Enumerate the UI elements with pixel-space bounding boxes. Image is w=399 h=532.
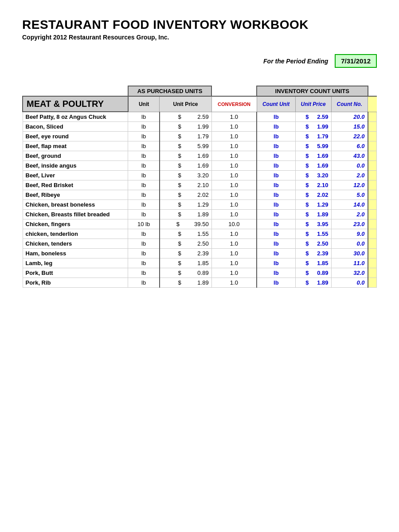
extra-cell bbox=[368, 190, 377, 200]
inv-price-cell: $2.39 bbox=[295, 249, 331, 258]
count-no-val: 2.0 bbox=[331, 210, 368, 219]
item-name: Beef Patty, 8 oz Angus Chuck bbox=[23, 112, 128, 122]
inv-price-cell: $1.69 bbox=[295, 151, 331, 161]
count-no-val: 0.0 bbox=[331, 239, 368, 249]
inv-price-cell: $1.79 bbox=[295, 132, 331, 141]
table-row: Beef, Red Brisket lb $2.10 1.0 lb $2.10 … bbox=[23, 180, 377, 190]
count-unit-val: lb bbox=[257, 161, 295, 171]
item-unit: lb bbox=[128, 180, 160, 190]
item-unit: lb bbox=[128, 190, 160, 200]
count-no-val: 15.0 bbox=[331, 122, 368, 132]
table-row: Chicken, fingers 10 lb $39.50 10.0 lb $3… bbox=[23, 219, 377, 229]
extra-cell bbox=[368, 141, 377, 151]
page-title: RESTAURANT FOOD INVENTORY WORKBOOK bbox=[22, 18, 377, 32]
item-name: Pork, Rib bbox=[23, 278, 128, 288]
extra-cell bbox=[368, 278, 377, 288]
conversion-val: 1.0 bbox=[211, 249, 257, 258]
conversion-val: 1.0 bbox=[211, 141, 257, 151]
item-name: Beef, inside angus bbox=[23, 161, 128, 171]
item-unit: lb bbox=[128, 122, 160, 132]
item-unit: lb bbox=[128, 171, 160, 180]
count-no-val: 43.0 bbox=[331, 151, 368, 161]
conversion-val: 1.0 bbox=[211, 229, 257, 239]
extra-cell bbox=[368, 122, 377, 132]
item-name: Bacon, Sliced bbox=[23, 122, 128, 132]
count-no-val: 11.0 bbox=[331, 258, 368, 268]
count-unit-val: lb bbox=[257, 200, 295, 210]
table-row: Ham, boneless lb $2.39 1.0 lb $2.39 30.0 bbox=[23, 249, 377, 258]
inv-price-cell: $2.10 bbox=[295, 180, 331, 190]
ap-dollar: $1.69 bbox=[160, 151, 211, 161]
item-name: Beef, Ribeye bbox=[23, 190, 128, 200]
conversion-val: 1.0 bbox=[211, 278, 257, 288]
conversion-val: 1.0 bbox=[211, 200, 257, 210]
conversion-val: 1.0 bbox=[211, 210, 257, 219]
table-row: Lamb, leg lb $1.85 1.0 lb $1.85 11.0 bbox=[23, 258, 377, 268]
table-row: Bacon, Sliced lb $1.99 1.0 lb $1.99 15.0 bbox=[23, 122, 377, 132]
period-value[interactable]: 7/31/2012 bbox=[335, 54, 377, 68]
count-unit-val: lb bbox=[257, 151, 295, 161]
extra-cell bbox=[368, 239, 377, 249]
table-row: Chicken, tenders lb $2.50 1.0 lb $2.50 0… bbox=[23, 239, 377, 249]
table-row: Pork, Butt lb $0.89 1.0 lb $0.89 32.0 bbox=[23, 268, 377, 278]
count-no-header: Count No. bbox=[331, 96, 368, 112]
group-header-row: AS PURCHASED UNITS INVENTORY COUNT UNITS bbox=[23, 86, 377, 96]
inventory-header: INVENTORY COUNT UNITS bbox=[257, 86, 368, 96]
period-label: For the Period Ending bbox=[263, 58, 328, 65]
item-unit: lb bbox=[128, 258, 160, 268]
count-no-val: 2.0 bbox=[331, 171, 368, 180]
inv-price-cell: $1.55 bbox=[295, 229, 331, 239]
ap-dollar: $2.02 bbox=[160, 190, 211, 200]
conversion-val: 1.0 bbox=[211, 258, 257, 268]
count-unit-val: lb bbox=[257, 229, 295, 239]
table-row: Beef, inside angus lb $1.69 1.0 lb $1.69… bbox=[23, 161, 377, 171]
count-no-val: 20.0 bbox=[331, 112, 368, 122]
count-no-val: 9.0 bbox=[331, 229, 368, 239]
inv-price-cell: $2.02 bbox=[295, 190, 331, 200]
table-row: Chicken, Breasts fillet breaded lb $1.89… bbox=[23, 210, 377, 219]
extra-cell bbox=[368, 171, 377, 180]
extra-cell bbox=[368, 258, 377, 268]
count-unit-val: lb bbox=[257, 268, 295, 278]
item-unit: lb bbox=[128, 210, 160, 219]
inv-price-cell: $3.20 bbox=[295, 171, 331, 180]
item-name: chicken, tenderlion bbox=[23, 229, 128, 239]
count-unit-val: lb bbox=[257, 258, 295, 268]
ap-dollar: $2.10 bbox=[160, 180, 211, 190]
extra-cell bbox=[368, 219, 377, 229]
inv-price-cell: $0.89 bbox=[295, 268, 331, 278]
extra-spacer bbox=[368, 86, 377, 96]
item-unit: lb bbox=[128, 141, 160, 151]
extra-cell bbox=[368, 112, 377, 122]
inv-price-cell: $2.59 bbox=[295, 112, 331, 122]
item-name: Chicken, fingers bbox=[23, 219, 128, 229]
extra-cell bbox=[368, 180, 377, 190]
inv-price-cell: $1.89 bbox=[295, 278, 331, 288]
unit-col-header: Unit bbox=[128, 96, 160, 112]
conversion-val: 1.0 bbox=[211, 190, 257, 200]
extra-cell bbox=[368, 268, 377, 278]
item-unit: 10 lb bbox=[128, 219, 160, 229]
item-name: Ham, boneless bbox=[23, 249, 128, 258]
item-unit: lb bbox=[128, 268, 160, 278]
item-unit: lb bbox=[128, 200, 160, 210]
table-row: Pork, Rib lb $1.89 1.0 lb $1.89 0.0 bbox=[23, 278, 377, 288]
unit-price-inv-header: Unit Price bbox=[295, 96, 331, 112]
item-name: Lamb, leg bbox=[23, 258, 128, 268]
ap-dollar: $1.99 bbox=[160, 122, 211, 132]
item-unit: lb bbox=[128, 278, 160, 288]
count-unit-val: lb bbox=[257, 210, 295, 219]
inv-price-cell: $1.69 bbox=[295, 161, 331, 171]
ap-dollar: $39.50 bbox=[160, 219, 211, 229]
count-unit-val: lb bbox=[257, 141, 295, 151]
conversion-val: 1.0 bbox=[211, 112, 257, 122]
inv-price-cell: $5.99 bbox=[295, 141, 331, 151]
count-no-val: 5.0 bbox=[331, 190, 368, 200]
count-no-val: 22.0 bbox=[331, 132, 368, 141]
count-unit-val: lb bbox=[257, 190, 295, 200]
conversion-val: 1.0 bbox=[211, 171, 257, 180]
count-unit-val: lb bbox=[257, 112, 295, 122]
extra-cell bbox=[368, 161, 377, 171]
inventory-table: AS PURCHASED UNITS INVENTORY COUNT UNITS… bbox=[22, 86, 377, 288]
item-unit: lb bbox=[128, 132, 160, 141]
